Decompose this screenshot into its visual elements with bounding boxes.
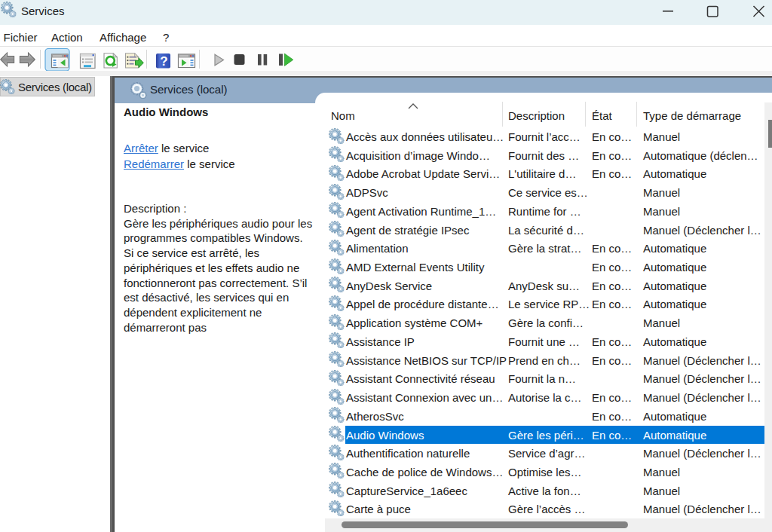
svg-text:?: ? xyxy=(160,54,167,69)
